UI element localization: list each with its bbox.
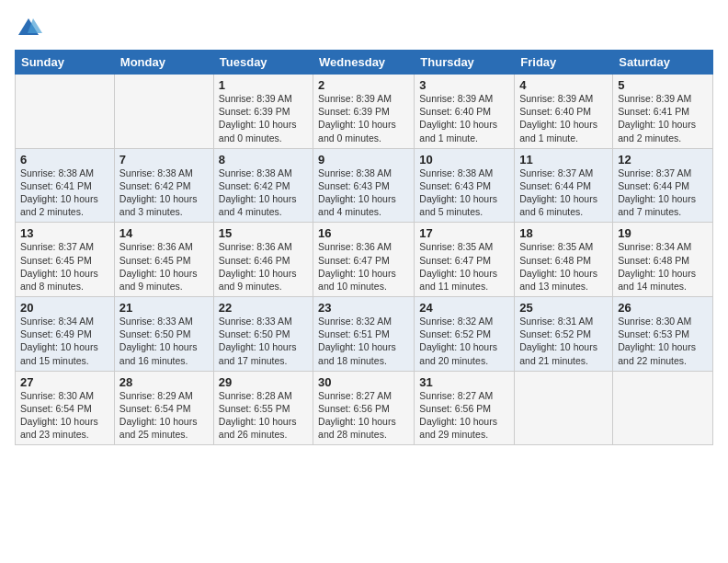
day-number: 2 <box>318 78 409 92</box>
calendar-cell: 25Sunrise: 8:31 AM Sunset: 6:52 PM Dayli… <box>515 297 613 372</box>
day-number: 21 <box>119 301 209 315</box>
week-row-5: 27Sunrise: 8:30 AM Sunset: 6:54 PM Dayli… <box>16 371 713 445</box>
day-number: 24 <box>419 301 509 315</box>
day-info: Sunrise: 8:36 AM Sunset: 6:45 PM Dayligh… <box>119 240 209 293</box>
day-info: Sunrise: 8:39 AM Sunset: 6:39 PM Dayligh… <box>318 92 409 144</box>
calendar-cell <box>16 75 115 149</box>
day-info: Sunrise: 8:38 AM Sunset: 6:42 PM Dayligh… <box>119 167 209 219</box>
calendar-cell: 17Sunrise: 8:35 AM Sunset: 6:47 PM Dayli… <box>415 223 515 297</box>
day-info: Sunrise: 8:27 AM Sunset: 6:56 PM Dayligh… <box>318 389 409 442</box>
day-number: 23 <box>318 301 409 315</box>
calendar-cell: 30Sunrise: 8:27 AM Sunset: 6:56 PM Dayli… <box>313 371 415 445</box>
day-number: 17 <box>419 226 509 240</box>
day-info: Sunrise: 8:36 AM Sunset: 6:47 PM Dayligh… <box>318 240 409 293</box>
day-number: 26 <box>618 301 708 315</box>
calendar-cell: 21Sunrise: 8:33 AM Sunset: 6:50 PM Dayli… <box>114 297 213 372</box>
day-number: 29 <box>219 375 308 389</box>
day-info: Sunrise: 8:27 AM Sunset: 6:56 PM Dayligh… <box>419 389 509 442</box>
calendar-cell: 4Sunrise: 8:39 AM Sunset: 6:40 PM Daylig… <box>515 75 613 149</box>
day-number: 13 <box>20 226 109 240</box>
day-number: 6 <box>20 153 109 167</box>
day-number: 31 <box>419 375 509 389</box>
calendar-cell <box>613 371 713 445</box>
calendar-cell: 27Sunrise: 8:30 AM Sunset: 6:54 PM Dayli… <box>16 371 115 445</box>
calendar-cell: 28Sunrise: 8:29 AM Sunset: 6:54 PM Dayli… <box>114 371 213 445</box>
day-number: 22 <box>219 301 308 315</box>
header-wednesday: Wednesday <box>313 51 415 75</box>
calendar-cell: 6Sunrise: 8:38 AM Sunset: 6:41 PM Daylig… <box>16 148 115 223</box>
header-saturday: Saturday <box>613 51 713 75</box>
calendar-body: 1Sunrise: 8:39 AM Sunset: 6:39 PM Daylig… <box>16 75 713 445</box>
day-number: 1 <box>219 78 308 92</box>
calendar-cell: 15Sunrise: 8:36 AM Sunset: 6:46 PM Dayli… <box>213 223 313 297</box>
calendar-cell: 23Sunrise: 8:32 AM Sunset: 6:51 PM Dayli… <box>313 297 415 372</box>
calendar-cell <box>515 371 613 445</box>
day-info: Sunrise: 8:36 AM Sunset: 6:46 PM Dayligh… <box>219 240 308 293</box>
header-tuesday: Tuesday <box>213 51 313 75</box>
day-info: Sunrise: 8:37 AM Sunset: 6:44 PM Dayligh… <box>618 167 708 219</box>
day-info: Sunrise: 8:38 AM Sunset: 6:43 PM Dayligh… <box>419 167 509 219</box>
calendar-cell: 2Sunrise: 8:39 AM Sunset: 6:39 PM Daylig… <box>313 75 415 149</box>
day-info: Sunrise: 8:39 AM Sunset: 6:40 PM Dayligh… <box>519 92 608 144</box>
day-info: Sunrise: 8:39 AM Sunset: 6:40 PM Dayligh… <box>419 92 509 144</box>
day-number: 20 <box>20 301 109 315</box>
calendar-cell: 29Sunrise: 8:28 AM Sunset: 6:55 PM Dayli… <box>213 371 313 445</box>
calendar-cell: 11Sunrise: 8:37 AM Sunset: 6:44 PM Dayli… <box>515 148 613 223</box>
day-info: Sunrise: 8:29 AM Sunset: 6:54 PM Dayligh… <box>119 389 209 442</box>
calendar-cell: 12Sunrise: 8:37 AM Sunset: 6:44 PM Dayli… <box>613 148 713 223</box>
day-info: Sunrise: 8:32 AM Sunset: 6:52 PM Dayligh… <box>419 315 509 367</box>
calendar-cell: 31Sunrise: 8:27 AM Sunset: 6:56 PM Dayli… <box>415 371 515 445</box>
calendar-cell: 18Sunrise: 8:35 AM Sunset: 6:48 PM Dayli… <box>515 223 613 297</box>
day-info: Sunrise: 8:34 AM Sunset: 6:49 PM Dayligh… <box>20 315 109 367</box>
day-number: 16 <box>318 226 409 240</box>
header-row: SundayMondayTuesdayWednesdayThursdayFrid… <box>16 51 713 75</box>
day-number: 9 <box>318 153 409 167</box>
week-row-1: 1Sunrise: 8:39 AM Sunset: 6:39 PM Daylig… <box>16 75 713 149</box>
day-info: Sunrise: 8:37 AM Sunset: 6:45 PM Dayligh… <box>20 240 109 293</box>
calendar-table: SundayMondayTuesdayWednesdayThursdayFrid… <box>15 50 713 445</box>
day-number: 30 <box>318 375 409 389</box>
day-number: 7 <box>119 153 209 167</box>
day-info: Sunrise: 8:38 AM Sunset: 6:41 PM Dayligh… <box>20 167 109 219</box>
logo <box>15 15 46 42</box>
calendar-cell <box>114 75 213 149</box>
day-number: 18 <box>519 226 608 240</box>
day-number: 25 <box>519 301 608 315</box>
day-info: Sunrise: 8:33 AM Sunset: 6:50 PM Dayligh… <box>219 315 308 367</box>
day-number: 10 <box>419 153 509 167</box>
calendar-header: SundayMondayTuesdayWednesdayThursdayFrid… <box>16 51 713 75</box>
day-info: Sunrise: 8:33 AM Sunset: 6:50 PM Dayligh… <box>119 315 209 367</box>
header-thursday: Thursday <box>415 51 515 75</box>
day-info: Sunrise: 8:30 AM Sunset: 6:53 PM Dayligh… <box>618 315 708 367</box>
calendar-cell: 3Sunrise: 8:39 AM Sunset: 6:40 PM Daylig… <box>415 75 515 149</box>
day-info: Sunrise: 8:39 AM Sunset: 6:39 PM Dayligh… <box>219 92 308 144</box>
calendar-cell: 20Sunrise: 8:34 AM Sunset: 6:49 PM Dayli… <box>16 297 115 372</box>
calendar-cell: 7Sunrise: 8:38 AM Sunset: 6:42 PM Daylig… <box>114 148 213 223</box>
calendar-cell: 24Sunrise: 8:32 AM Sunset: 6:52 PM Dayli… <box>415 297 515 372</box>
calendar-cell: 8Sunrise: 8:38 AM Sunset: 6:42 PM Daylig… <box>213 148 313 223</box>
calendar-cell: 10Sunrise: 8:38 AM Sunset: 6:43 PM Dayli… <box>415 148 515 223</box>
day-info: Sunrise: 8:38 AM Sunset: 6:42 PM Dayligh… <box>219 167 308 219</box>
day-info: Sunrise: 8:35 AM Sunset: 6:47 PM Dayligh… <box>419 240 509 293</box>
day-info: Sunrise: 8:35 AM Sunset: 6:48 PM Dayligh… <box>519 240 608 293</box>
day-number: 15 <box>219 226 308 240</box>
calendar-cell: 1Sunrise: 8:39 AM Sunset: 6:39 PM Daylig… <box>213 75 313 149</box>
day-info: Sunrise: 8:28 AM Sunset: 6:55 PM Dayligh… <box>219 389 308 442</box>
day-number: 3 <box>419 78 509 92</box>
day-number: 5 <box>618 78 708 92</box>
day-info: Sunrise: 8:37 AM Sunset: 6:44 PM Dayligh… <box>519 167 608 219</box>
calendar-cell: 16Sunrise: 8:36 AM Sunset: 6:47 PM Dayli… <box>313 223 415 297</box>
calendar-cell: 26Sunrise: 8:30 AM Sunset: 6:53 PM Dayli… <box>613 297 713 372</box>
calendar-cell: 19Sunrise: 8:34 AM Sunset: 6:48 PM Dayli… <box>613 223 713 297</box>
day-number: 27 <box>20 375 109 389</box>
calendar-cell: 5Sunrise: 8:39 AM Sunset: 6:41 PM Daylig… <box>613 75 713 149</box>
day-info: Sunrise: 8:30 AM Sunset: 6:54 PM Dayligh… <box>20 389 109 442</box>
day-number: 19 <box>618 226 708 240</box>
page-header <box>15 15 713 42</box>
day-number: 14 <box>119 226 209 240</box>
header-monday: Monday <box>114 51 213 75</box>
day-info: Sunrise: 8:39 AM Sunset: 6:41 PM Dayligh… <box>618 92 708 144</box>
header-sunday: Sunday <box>16 51 115 75</box>
day-number: 12 <box>618 153 708 167</box>
calendar-cell: 14Sunrise: 8:36 AM Sunset: 6:45 PM Dayli… <box>114 223 213 297</box>
